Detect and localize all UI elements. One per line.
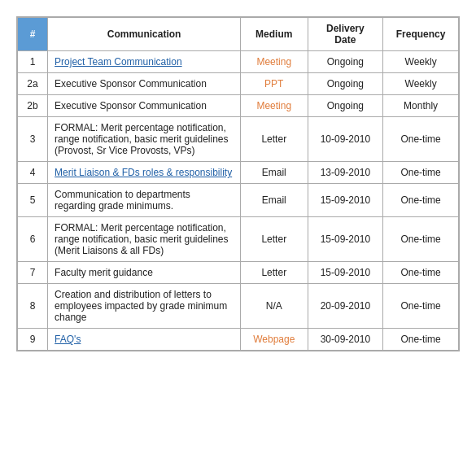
cell-freq: One-time — [383, 284, 459, 329]
cell-num: 9 — [18, 329, 48, 351]
col-header-date: Delivery Date — [308, 18, 383, 51]
col-header-freq: Frequency — [383, 18, 459, 51]
cell-num: 6 — [18, 217, 48, 262]
col-header-medium: Medium — [241, 18, 308, 51]
cell-freq: One-time — [383, 217, 459, 262]
cell-date: Ongoing — [308, 95, 383, 117]
cell-medium: Meeting — [241, 51, 308, 73]
cell-date: 20-09-2010 — [308, 284, 383, 329]
cell-date: 10-09-2010 — [308, 117, 383, 162]
cell-medium: PPT — [241, 73, 308, 95]
cell-comm[interactable]: Project Team Communication — [48, 51, 241, 73]
cell-date: Ongoing — [308, 73, 383, 95]
cell-num: 5 — [18, 184, 48, 217]
cell-comm[interactable]: FAQ's — [48, 329, 241, 351]
col-header-comm: Communication — [48, 18, 241, 51]
cell-num: 2a — [18, 73, 48, 95]
communication-table: # Communication Medium Delivery Date Fre… — [16, 16, 460, 351]
cell-num: 4 — [18, 162, 48, 184]
cell-medium: Letter — [241, 117, 308, 162]
table-row: 6FORMAL: Merit percentage notification, … — [18, 217, 459, 262]
header-row: # Communication Medium Delivery Date Fre… — [18, 18, 459, 51]
cell-num: 8 — [18, 284, 48, 329]
table-row: 2aExecutive Sponsor CommunicationPPTOngo… — [18, 73, 459, 95]
table-row: 8Creation and distribution of letters to… — [18, 284, 459, 329]
cell-date: 15-09-2010 — [308, 262, 383, 284]
cell-medium: N/A — [241, 284, 308, 329]
cell-date: 15-09-2010 — [308, 217, 383, 262]
cell-num: 7 — [18, 262, 48, 284]
cell-freq: One-time — [383, 117, 459, 162]
cell-comm: Executive Sponsor Communication — [48, 73, 241, 95]
cell-comm: Faculty merit guidance — [48, 262, 241, 284]
cell-freq: Weekly — [383, 51, 459, 73]
table-row: 4Merit Liaison & FDs roles & responsibil… — [18, 162, 459, 184]
cell-medium: Email — [241, 184, 308, 217]
cell-comm: FORMAL: Merit percentage notification, r… — [48, 117, 241, 162]
cell-date: Ongoing — [308, 51, 383, 73]
cell-medium: Letter — [241, 217, 308, 262]
table-row: 1Project Team CommunicationMeetingOngoin… — [18, 51, 459, 73]
table-row: 3FORMAL: Merit percentage notification, … — [18, 117, 459, 162]
table-row: 7Faculty merit guidanceLetter15-09-2010O… — [18, 262, 459, 284]
col-header-num: # — [18, 18, 48, 51]
cell-medium: Email — [241, 162, 308, 184]
cell-freq: One-time — [383, 162, 459, 184]
cell-freq: One-time — [383, 329, 459, 351]
cell-medium: Meeting — [241, 95, 308, 117]
cell-comm[interactable]: Merit Liaison & FDs roles & responsibili… — [48, 162, 241, 184]
cell-comm: Communication to departments regarding g… — [48, 184, 241, 217]
cell-comm: Creation and distribution of letters to … — [48, 284, 241, 329]
cell-comm: FORMAL: Merit percentage notification, r… — [48, 217, 241, 262]
cell-num: 1 — [18, 51, 48, 73]
cell-comm: Executive Sponsor Communication — [48, 95, 241, 117]
cell-freq: One-time — [383, 262, 459, 284]
cell-num: 3 — [18, 117, 48, 162]
cell-freq: Weekly — [383, 73, 459, 95]
cell-date: 15-09-2010 — [308, 184, 383, 217]
table-row: 2bExecutive Sponsor CommunicationMeeting… — [18, 95, 459, 117]
cell-date: 30-09-2010 — [308, 329, 383, 351]
cell-freq: Monthly — [383, 95, 459, 117]
cell-date: 13-09-2010 — [308, 162, 383, 184]
cell-num: 2b — [18, 95, 48, 117]
cell-freq: One-time — [383, 184, 459, 217]
table-row: 9FAQ'sWebpage30-09-2010One-time — [18, 329, 459, 351]
table-row: 5Communication to departments regarding … — [18, 184, 459, 217]
cell-medium: Webpage — [241, 329, 308, 351]
cell-medium: Letter — [241, 262, 308, 284]
